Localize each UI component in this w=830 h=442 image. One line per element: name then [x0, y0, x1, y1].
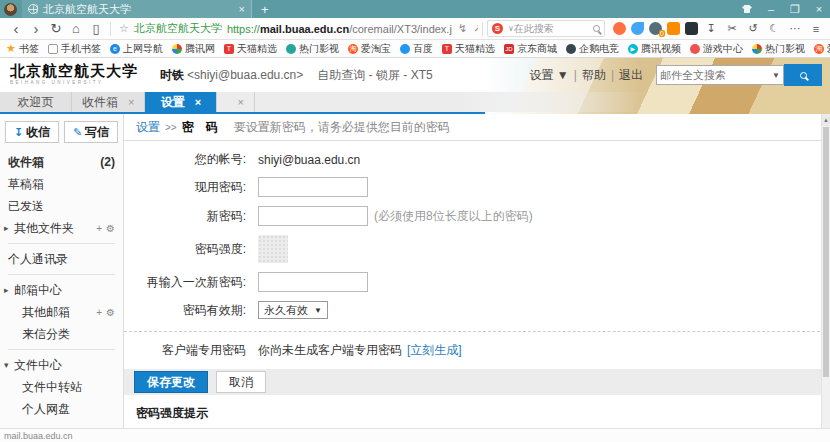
mail-search-box[interactable]: ▼ [656, 65, 784, 85]
receive-mail-button[interactable]: ↧收信 [5, 121, 59, 143]
bookmark-item[interactable]: 热门影视 [752, 42, 805, 56]
search-icon[interactable] [593, 25, 600, 32]
save-button[interactable]: 保存更改 [134, 371, 208, 393]
mail-search-dropdown-icon[interactable]: ▼ [772, 71, 780, 80]
user-name: 时铁 [160, 67, 184, 84]
bookmark-item[interactable]: 腾讯网 [172, 42, 215, 56]
back-icon[interactable]: ‹ [6, 22, 26, 36]
sidebar-item-file-center[interactable]: ▾文件中心 [0, 354, 123, 376]
sidebar-item-net-disk[interactable]: 个人网盘 [0, 398, 123, 420]
bookmark-item[interactable]: 企鹅电竞 [566, 42, 619, 56]
xt5-link[interactable]: XT5 [411, 68, 433, 82]
sidebar-item-sent[interactable]: 已发送 [0, 195, 123, 217]
chevron-right-icon[interactable]: ▸ [4, 285, 14, 295]
confirm-password-input[interactable] [258, 272, 368, 292]
header-right: 设置 ▼ | 帮助 | 退出 ▼ [525, 64, 822, 86]
browser-tab[interactable]: 北京航空航天大学 × [22, 0, 252, 18]
logout-link[interactable]: 退出 [619, 67, 643, 84]
user-avatar-icon[interactable] [4, 3, 17, 16]
status-url: mail.buaa.edu.cn [4, 431, 73, 441]
adobe-extension-icon[interactable] [685, 22, 698, 35]
help-link[interactable]: 帮助 [582, 67, 606, 84]
new-tab-button[interactable]: + [252, 2, 278, 17]
mail-search-input[interactable] [660, 69, 772, 81]
scroll-up-icon[interactable]: ▲ [822, 114, 830, 126]
bookmark-item[interactable]: T天猫精选 [442, 42, 495, 56]
lock-screen-link[interactable]: 锁屏 [376, 68, 400, 82]
game-controller-extension-icon[interactable] [613, 22, 626, 35]
more-options-icon[interactable]: ⋯ [787, 22, 803, 35]
sidebar-item-file-transfer[interactable]: 文件中转站 [0, 376, 123, 398]
forward-icon[interactable]: › [26, 22, 46, 36]
current-password-input[interactable] [258, 177, 368, 197]
tab-settings[interactable]: 设置× [145, 92, 217, 112]
add-folder-icon[interactable]: + [96, 223, 102, 234]
favorite-star-icon[interactable]: ☆ [119, 22, 129, 35]
bookmark-item[interactable]: 手机书签 [48, 42, 101, 56]
tab-close-icon[interactable]: × [195, 96, 201, 108]
download-icon: ↧ [14, 126, 23, 139]
tab-close-icon[interactable]: × [128, 96, 134, 108]
settings-menu[interactable]: 设置 ▼ [530, 67, 569, 84]
compose-pencil-icon: ✎ [73, 126, 82, 139]
tab-inbox[interactable]: 收件箱× [72, 92, 145, 112]
theme-shirt-icon[interactable] [736, 3, 758, 15]
flash-plugin-icon[interactable]: ↯ [458, 22, 467, 35]
phone-icon [48, 44, 58, 54]
bookmark-item[interactable]: 淘爱淘宝 [348, 42, 391, 56]
refresh-icon[interactable]: ↻ [46, 21, 66, 36]
toolbar-search-box[interactable]: S ∨ 在此搜索 [487, 20, 605, 37]
sidebar-item-inbox[interactable]: 收件箱(2) [0, 151, 123, 173]
mail-search-button[interactable] [784, 64, 822, 86]
gear-icon[interactable]: ⚙ [106, 307, 115, 318]
sidebar-item-contacts[interactable]: 个人通讯录 [0, 248, 123, 270]
self-query-link[interactable]: 自助查询 [317, 68, 365, 82]
page-title: 密 码 [182, 119, 218, 136]
bookmark-item[interactable]: ▶腾讯视频 [628, 42, 681, 56]
reading-mode-icon[interactable]: ▯ [86, 21, 106, 36]
sidebar-item-drafts[interactable]: 草稿箱 [0, 173, 123, 195]
night-mode-moon-icon[interactable]: ☾ [766, 22, 782, 35]
breadcrumb-settings-link[interactable]: 设置 [136, 119, 160, 136]
home-icon[interactable]: ⌂ [66, 21, 86, 36]
download-icon[interactable]: ↧ [703, 22, 719, 35]
bookmark-item[interactable]: ★书签 [6, 42, 39, 56]
bookmark-item[interactable]: 游戏中心 [690, 42, 743, 56]
search-engine-icon[interactable]: S [492, 23, 503, 34]
bookmark-item[interactable]: 热门影视 [286, 42, 339, 56]
address-bar[interactable]: ☆ 北京航空航天大学 https://mail.buaa.edu.cn/core… [115, 20, 478, 38]
chevron-down-icon[interactable]: ▾ [4, 360, 14, 370]
bookmark-item[interactable]: 百度 [400, 42, 433, 56]
gear-icon[interactable]: ⚙ [106, 223, 115, 234]
cancel-button[interactable]: 取消 [216, 371, 266, 393]
undo-history-icon[interactable]: ↺ [745, 22, 761, 35]
sidebar-item-mail-filter[interactable]: 来信分类 [0, 323, 123, 345]
vertical-scrollbar[interactable]: ▲ [821, 114, 830, 428]
generate-client-password-link[interactable]: [立刻生成] [407, 342, 462, 359]
bookmark-item[interactable]: 淘爱淘宝 [814, 42, 830, 56]
butterfly-extension-icon[interactable] [631, 22, 644, 35]
validity-select[interactable]: 永久有效 ▼ [258, 301, 328, 319]
sidebar-item-other-folders[interactable]: ▸其他文件夹+⚙ [0, 217, 123, 239]
close-button[interactable]: × [808, 3, 830, 15]
password-strength-meter [258, 235, 288, 263]
new-password-input[interactable] [258, 206, 368, 226]
chevron-right-icon[interactable]: ▸ [4, 223, 14, 233]
sidebar-item-mail-center[interactable]: ▸邮箱中心 [0, 279, 123, 301]
share-icon[interactable]: ↗ [473, 22, 478, 35]
bookmark-item[interactable]: JD京东商城 [504, 42, 557, 56]
shopping-bag-extension-icon[interactable] [667, 22, 680, 35]
compose-mail-button[interactable]: ✎写信 [64, 121, 118, 143]
maximize-button[interactable]: ❐ [784, 3, 806, 16]
menu-hamburger-icon[interactable]: ≡ [808, 23, 824, 35]
bookmark-item[interactable]: T天猫精选 [224, 42, 277, 56]
qq-penguin-extension-icon[interactable]: 0 [649, 22, 662, 35]
screenshot-scissors-icon[interactable]: ✂ [724, 22, 740, 35]
scrollbar-thumb[interactable] [823, 127, 829, 377]
tab-welcome[interactable]: 欢迎页 [0, 92, 72, 112]
tab-close-icon[interactable]: × [239, 3, 245, 15]
add-account-icon[interactable]: + [96, 307, 102, 318]
sidebar-item-other-accounts[interactable]: 其他邮箱+⚙ [0, 301, 123, 323]
minimize-button[interactable]: – [760, 3, 782, 15]
bookmark-item[interactable]: e上网导航 [110, 42, 163, 56]
